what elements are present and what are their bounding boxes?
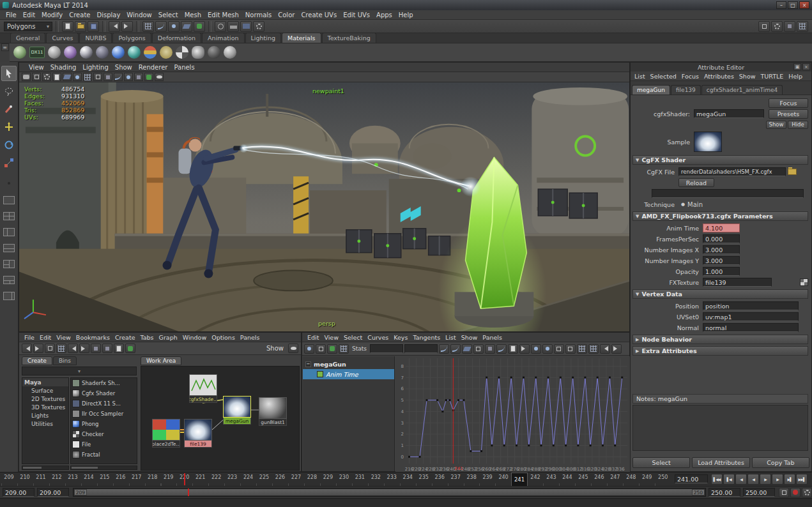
hypershade-menu-item[interactable]: Options: [209, 334, 238, 341]
attribute-editor-menu-item[interactable]: Help: [786, 73, 805, 80]
hypershade-menu-item[interactable]: View: [54, 334, 73, 341]
section-cgfx-shader[interactable]: ▼ CgFX Shader: [632, 155, 808, 165]
lambert-material-icon[interactable]: [96, 46, 109, 59]
shelf-tab[interactable]: Polygons: [112, 33, 151, 43]
graph-editor-menu-item[interactable]: Keys: [391, 334, 410, 341]
make-live-icon[interactable]: [194, 21, 205, 32]
layered-shader-icon[interactable]: [224, 46, 236, 59]
menu-item[interactable]: Color: [275, 11, 298, 19]
play-forwards-button[interactable]: ▶: [760, 474, 771, 485]
resolution-gate-icon[interactable]: [103, 73, 112, 81]
wireframe-mode-icon[interactable]: [114, 73, 123, 81]
node-type-item[interactable]: Shaderfx Sh...: [71, 378, 137, 388]
notes-text-area[interactable]: [632, 405, 808, 451]
hypershade-tab[interactable]: Create: [22, 356, 52, 365]
graph-editor-menu-item[interactable]: List: [443, 334, 459, 341]
graph-editor-menu-item[interactable]: Curves: [365, 334, 391, 341]
focus-button[interactable]: Focus: [769, 98, 808, 108]
current-time-marker[interactable]: 241: [511, 473, 528, 487]
graph-output-connections-icon[interactable]: [79, 344, 89, 353]
menu-set-selector[interactable]: Polygons ▾: [4, 22, 52, 31]
node-name-input[interactable]: [694, 109, 764, 118]
menu-item[interactable]: Help: [395, 11, 417, 19]
place2d-texture-node[interactable]: place2dTe...: [152, 419, 180, 448]
stats-value-input[interactable]: [404, 344, 438, 353]
graph-editor-menu-item[interactable]: Panels: [480, 334, 505, 341]
node-type-item[interactable]: Cgfx Shader: [71, 388, 137, 398]
show-bottom-tabs-icon[interactable]: [102, 344, 112, 353]
reload-button[interactable]: Reload: [678, 178, 714, 187]
attribute-editor-tab[interactable]: file139: [671, 85, 701, 95]
camera-attributes-icon[interactable]: [42, 73, 51, 81]
cgfx-file-path-input[interactable]: [678, 167, 786, 176]
sidebar-attribute-editor-icon[interactable]: [758, 21, 770, 32]
number-images-y-input[interactable]: [703, 256, 740, 265]
hypershade-menu-item[interactable]: Create: [112, 334, 138, 341]
step-forward-frame-button[interactable]: ▶▌: [784, 474, 795, 485]
outliner-channel-row[interactable]: Anim Time: [303, 369, 394, 379]
layout-persp-outliner-icon[interactable]: [3, 292, 15, 300]
film-gate-icon[interactable]: [93, 73, 102, 81]
shelf-tab[interactable]: Animation: [202, 33, 244, 43]
camera-lock-icon[interactable]: [32, 73, 41, 81]
node-type-item[interactable]: File: [71, 439, 137, 450]
attribute-editor-menu-item[interactable]: List: [632, 73, 648, 80]
lasso-tool-icon[interactable]: [1, 84, 17, 99]
layout-single-pane-icon[interactable]: [3, 196, 15, 204]
browse-folder-icon[interactable]: [788, 169, 797, 175]
section-vertex-data[interactable]: ▼ Vertex Data: [632, 289, 808, 299]
ramp-shader-icon[interactable]: [144, 46, 157, 59]
maximize-button[interactable]: □: [788, 1, 798, 9]
step-back-key-button[interactable]: ◀: [735, 474, 747, 485]
displacement-icon[interactable]: [208, 46, 220, 59]
shelf-tab[interactable]: General: [10, 33, 45, 43]
camera-select-icon[interactable]: [22, 73, 31, 81]
node-type-item[interactable]: DirectX 11 S...: [71, 398, 137, 409]
shaded-mode-icon[interactable]: [124, 73, 133, 81]
go-to-end-button[interactable]: ▶▶▌: [796, 474, 808, 485]
shaderfx-shader-icon[interactable]: [13, 46, 26, 59]
range-slider-track[interactable]: 209 250: [73, 488, 706, 497]
graph-editor-menu-item[interactable]: Show: [459, 334, 480, 341]
gunblast-thumbnail[interactable]: [259, 397, 287, 419]
textured-mode-icon[interactable]: [134, 73, 143, 81]
lattice-deform-keys-icon[interactable]: [339, 344, 349, 354]
hypershade-menu-item[interactable]: Bookmarks: [73, 334, 112, 341]
menu-item[interactable]: Mesh: [181, 11, 204, 19]
file139-thumbnail[interactable]: [184, 419, 212, 441]
hypershade-menu-item[interactable]: Edit: [37, 334, 54, 341]
toolbar-separator[interactable]: [136, 21, 139, 32]
menu-item[interactable]: Modify: [38, 11, 66, 19]
range-start-handle[interactable]: 209: [74, 489, 87, 496]
attribute-editor-menu-item[interactable]: Show: [737, 73, 758, 80]
notes-header[interactable]: Notes: megaGun: [632, 394, 808, 404]
viewport-menu-item[interactable]: View: [26, 64, 47, 71]
animation-end-input[interactable]: [743, 488, 775, 497]
toolbar-separator[interactable]: [102, 21, 105, 32]
anim-curve-node[interactable]: cgfxShade...: [189, 374, 217, 403]
attribute-editor-menu-item[interactable]: Selected: [648, 73, 679, 80]
hypershade-menu-item[interactable]: Window: [180, 334, 209, 341]
section-extra-attributes[interactable]: ▶ Extra Attributes: [632, 346, 808, 356]
toolbar-separator[interactable]: [208, 21, 211, 32]
open-render-view-icon[interactable]: [227, 21, 239, 32]
category-item[interactable]: 2D Textures: [22, 395, 68, 403]
add-keys-icon[interactable]: [327, 344, 337, 354]
bookmark-icon[interactable]: [52, 73, 61, 81]
category-item[interactable]: Utilities: [22, 420, 68, 428]
anisotropic-material-icon[interactable]: [64, 46, 77, 59]
opacity-input[interactable]: [703, 267, 740, 276]
menu-item[interactable]: Edit: [20, 11, 38, 19]
layout-four-pane-icon[interactable]: [3, 212, 15, 220]
texture-map-icon[interactable]: [800, 278, 808, 286]
hypershade-menu-item[interactable]: File: [22, 334, 37, 341]
toggle-create-bar-icon[interactable]: [114, 344, 124, 353]
animation-start-input[interactable]: [3, 488, 34, 497]
attribute-editor-tab[interactable]: cgfxShader1_animTime4: [701, 85, 783, 95]
lock-tangent-weight-icon[interactable]: [565, 344, 576, 354]
menu-item[interactable]: Edit UVs: [340, 11, 373, 19]
toolbar-separator[interactable]: [56, 21, 59, 32]
menu-item[interactable]: Select: [155, 11, 181, 19]
hypershade-show-filter[interactable]: Show: [263, 345, 287, 352]
paint-select-tool-icon[interactable]: [1, 102, 17, 117]
